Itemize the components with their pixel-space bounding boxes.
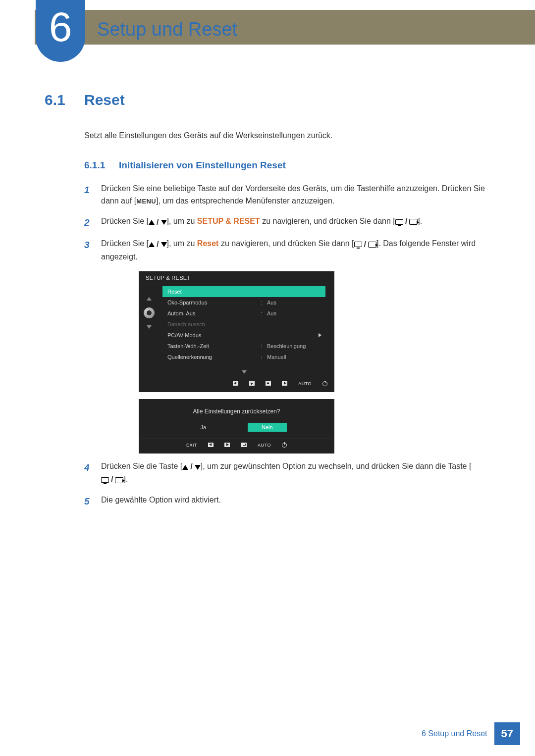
footer-chapter-ref: 6 Setup und Reset bbox=[422, 729, 487, 738]
nav-left-icon bbox=[233, 381, 238, 386]
up-down-icon: / bbox=[149, 239, 166, 251]
nav-up-icon bbox=[266, 381, 271, 386]
nav-left-icon bbox=[208, 443, 214, 447]
scroll-down-icon bbox=[147, 325, 152, 329]
nav-enter-icon bbox=[241, 443, 247, 447]
nav-auto-label: AUTO bbox=[298, 381, 312, 386]
section-header: 6.1 Reset bbox=[45, 92, 490, 108]
choice-no[interactable]: Nein bbox=[248, 423, 287, 432]
osd-figure: SETUP & RESET Reset Öko-Sparmodus bbox=[139, 271, 490, 454]
screen-source-icon: / bbox=[101, 474, 123, 486]
steps-list: 1 Drücken Sie eine beliebige Taste auf d… bbox=[84, 183, 490, 508]
step-text: Drücken Sie [/], um zu SETUP & RESET zu … bbox=[101, 215, 490, 230]
step-5: 5 Die gewählte Option wird aktiviert. bbox=[84, 494, 490, 508]
page-footer: 6 Setup und Reset 57 bbox=[422, 722, 520, 745]
page-number: 57 bbox=[494, 722, 520, 745]
chapter-badge: 6 bbox=[36, 0, 85, 62]
osd-row-eco[interactable]: Öko-Sparmodus :Aus bbox=[162, 297, 325, 308]
chevron-right-icon bbox=[319, 333, 321, 337]
osd-rows: Reset Öko-Sparmodus :Aus Autom. Aus :Aus… bbox=[160, 286, 334, 377]
screen-source-icon: / bbox=[354, 239, 376, 251]
osd-icon-column bbox=[139, 286, 160, 377]
osd-row-off-after: Danach aussch. bbox=[162, 319, 325, 330]
step-text: Drücken Sie [/], um zu Reset zu navigier… bbox=[101, 238, 490, 263]
osd-setup-reset: SETUP & RESET Reset Öko-Sparmodus bbox=[139, 271, 334, 392]
gear-icon bbox=[144, 307, 155, 318]
osd-row-pcav[interactable]: PC/AV-Modus bbox=[162, 330, 325, 341]
page-left-edge bbox=[0, 0, 3, 756]
step-text: Drücken Sie die Taste [/], um zur gewüns… bbox=[101, 460, 490, 486]
osd-confirm-dialog: Alle Einstellungen zurücksetzen? Ja Nein… bbox=[139, 399, 334, 454]
content: 6.1 Reset Setzt alle Einstellungen des G… bbox=[45, 92, 490, 516]
up-down-icon: / bbox=[182, 461, 200, 473]
osd-tick-row bbox=[139, 387, 334, 389]
power-icon bbox=[322, 381, 327, 386]
menu-label: MENU bbox=[136, 198, 156, 205]
osd-row-auto-off[interactable]: Autom. Aus :Aus bbox=[162, 308, 325, 319]
divider bbox=[139, 284, 334, 284]
osd-row-key-repeat[interactable]: Tasten-Wdh.-Zeit :Beschleunigung bbox=[162, 341, 325, 352]
chapter-number: 6 bbox=[49, 6, 72, 48]
nav-down-icon bbox=[249, 381, 255, 386]
osd-title: SETUP & RESET bbox=[139, 271, 334, 284]
confirm-prompt: Alle Einstellungen zurücksetzen? bbox=[139, 408, 334, 415]
screen-source-icon: / bbox=[395, 216, 418, 228]
nav-right-icon bbox=[282, 381, 287, 386]
power-icon bbox=[282, 443, 287, 448]
step-number: 2 bbox=[84, 215, 92, 230]
osd-row-reset[interactable]: Reset bbox=[162, 286, 325, 297]
osd-more-indicator bbox=[162, 362, 325, 377]
step-3: 3 Drücken Sie [/], um zu Reset zu navigi… bbox=[84, 238, 490, 263]
osd-nav-icons: EXIT AUTO bbox=[139, 439, 334, 449]
subsection-header: 6.1.1 Initialisieren von Einstellungen R… bbox=[84, 160, 490, 171]
nav-auto-label: AUTO bbox=[258, 443, 271, 448]
nav-right-icon bbox=[224, 443, 230, 447]
nav-exit-label: EXIT bbox=[186, 443, 197, 448]
step-text: Drücken Sie eine beliebige Taste auf der… bbox=[101, 183, 490, 207]
choice-row: Ja Nein bbox=[139, 423, 334, 432]
step-number: 3 bbox=[84, 238, 92, 263]
scroll-up-icon bbox=[147, 297, 152, 301]
section-intro: Setzt alle Einstellungen des Geräts auf … bbox=[84, 130, 490, 141]
osd-nav-icons: AUTO bbox=[139, 378, 334, 387]
step-text: Die gewählte Option wird aktiviert. bbox=[101, 494, 490, 508]
subsection-number: 6.1.1 bbox=[84, 160, 111, 171]
chapter-title: Setup und Reset bbox=[97, 19, 237, 40]
step-number: 5 bbox=[84, 494, 92, 508]
section-number: 6.1 bbox=[45, 92, 71, 108]
osd-tick-row bbox=[139, 449, 334, 451]
step-number: 1 bbox=[84, 183, 92, 207]
choice-yes[interactable]: Ja bbox=[186, 423, 220, 432]
step-4: 4 Drücken Sie die Taste [/], um zur gewü… bbox=[84, 460, 490, 486]
step-number: 4 bbox=[84, 460, 92, 486]
up-down-icon: / bbox=[149, 216, 166, 229]
step-2: 2 Drücken Sie [/], um zu SETUP & RESET z… bbox=[84, 215, 490, 230]
highlight-reset: Reset bbox=[197, 239, 219, 248]
osd-row-source-detect[interactable]: Quellenerkennung :Manuell bbox=[162, 352, 325, 362]
section-title: Reset bbox=[84, 92, 125, 108]
subsection-title: Initialisieren von Einstellungen Reset bbox=[119, 160, 286, 171]
step-1: 1 Drücken Sie eine beliebige Taste auf d… bbox=[84, 183, 490, 207]
highlight-setup-reset: SETUP & RESET bbox=[197, 217, 260, 225]
